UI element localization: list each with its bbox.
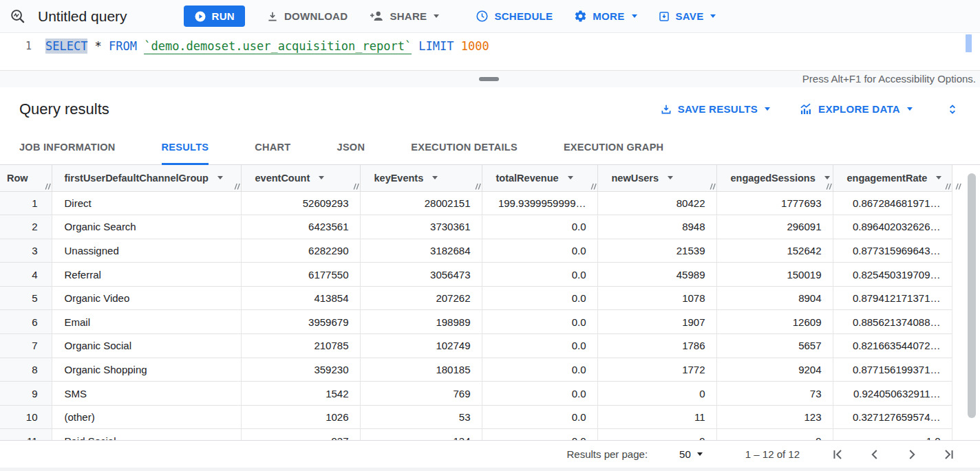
data-cell: 12609 <box>716 310 833 334</box>
column-resize-handle[interactable] <box>710 183 716 190</box>
splitter-drag-handle[interactable] <box>479 77 499 81</box>
last-page-button[interactable] <box>941 447 957 462</box>
column-header-key-events[interactable]: keyEvents <box>360 165 482 191</box>
sql-star: * <box>95 39 102 54</box>
sql-table-reference[interactable]: `demo.demoset.user_acquisition_report` <box>144 39 412 54</box>
data-cell: 0.0 <box>482 239 597 263</box>
column-resize-handle[interactable] <box>475 183 481 190</box>
column-resize-handle[interactable] <box>826 183 832 190</box>
table-row: 10(other)1026530.0111230.327127659574… <box>0 405 952 429</box>
first-page-button[interactable] <box>830 447 845 462</box>
results-table: RowfirstUserDefaultChannelGroupeventCoun… <box>0 165 952 440</box>
data-cell: 180185 <box>360 358 482 382</box>
table-row: 9SMS15427690.00730.924050632911… <box>0 382 952 406</box>
data-cell: 102749 <box>360 334 482 358</box>
data-cell: 45989 <box>597 263 716 287</box>
data-cell: 0.867284681971… <box>833 191 952 215</box>
query-icon <box>10 8 25 24</box>
column-resize-handle[interactable] <box>945 183 951 190</box>
save-results-label: SAVE RESULTS <box>678 103 758 115</box>
data-cell: 11 <box>597 405 716 429</box>
column-resize-handle[interactable] <box>353 183 359 190</box>
column-resize-handle[interactable] <box>45 183 51 190</box>
column-header-engagement-rate[interactable]: engagementRate <box>833 165 952 191</box>
tab-job-information[interactable]: JOB INFORMATION <box>19 131 116 165</box>
column-header-event-count[interactable]: eventCount <box>241 165 360 191</box>
schedule-label: SCHEDULE <box>494 10 553 22</box>
data-cell: 21539 <box>597 239 716 263</box>
sort-caret-icon[interactable] <box>668 176 673 179</box>
data-cell: 53 <box>360 405 482 429</box>
row-number-cell: 1 <box>0 191 52 215</box>
download-button[interactable]: DOWNLOAD <box>266 10 348 23</box>
expand-results-button[interactable] <box>946 102 959 116</box>
table-row: 6Email39596791989890.01907126090.8856213… <box>0 310 952 334</box>
data-cell: Direct <box>52 191 241 215</box>
save-button[interactable]: SAVE <box>658 10 716 23</box>
column-header-first-user-default-channel-group[interactable]: firstUserDefaultChannelGroup <box>52 165 241 191</box>
table-row: 11Paid Social9371340.0991.0 <box>0 429 952 440</box>
tab-json[interactable]: JSON <box>337 131 365 165</box>
sort-caret-icon[interactable] <box>432 176 438 179</box>
data-cell: 0.879412171371… <box>833 286 952 310</box>
table-row: 7Organic Social2107851027490.0178656570.… <box>0 334 952 358</box>
save-label: SAVE <box>676 10 704 22</box>
panel-splitter: Press Alt+F1 for Accessibility Options. <box>0 70 980 87</box>
data-cell: 769 <box>360 382 482 406</box>
person-add-icon <box>370 9 384 23</box>
column-header-total-revenue[interactable]: totalRevenue <box>482 165 597 191</box>
data-cell: 198989 <box>360 310 482 334</box>
data-cell: 28002151 <box>360 191 482 215</box>
sort-caret-icon[interactable] <box>824 176 830 179</box>
data-cell: 8904 <box>716 286 833 310</box>
column-resize-handle[interactable] <box>590 183 597 190</box>
save-results-button[interactable]: SAVE RESULTS <box>660 103 770 116</box>
data-cell: 0.0 <box>482 382 597 406</box>
data-cell: 9204 <box>716 358 833 382</box>
next-page-button[interactable] <box>904 447 919 462</box>
row-number-cell: 11 <box>0 429 52 440</box>
sql-editor[interactable]: 1 SELECT*FROM`demo.demoset.user_acquisit… <box>0 33 980 70</box>
sort-caret-icon[interactable] <box>319 176 324 179</box>
tab-execution-graph[interactable]: EXECUTION GRAPH <box>564 131 664 165</box>
data-cell: 0.0 <box>482 334 597 358</box>
sort-caret-icon[interactable] <box>936 176 941 179</box>
tab-chart[interactable]: CHART <box>255 131 290 165</box>
data-cell: 0.885621374088… <box>833 310 952 334</box>
data-cell: 199.9399959999… <box>482 191 597 215</box>
query-title[interactable]: Untitled query <box>38 8 127 25</box>
pagination-controls <box>830 447 957 462</box>
table-row: 3Unassigned628229031826840.0215391526420… <box>0 239 952 263</box>
table-row: 5Organic Video4138542072620.0107889040.8… <box>0 286 952 310</box>
column-resize-handle[interactable] <box>955 183 961 190</box>
sql-keyword-limit: LIMIT <box>418 39 454 54</box>
run-button[interactable]: RUN <box>184 6 245 27</box>
more-button[interactable]: MORE <box>574 10 637 23</box>
share-button[interactable]: SHARE <box>370 9 439 23</box>
column-resize-handle[interactable] <box>234 183 240 190</box>
page-size-select[interactable]: 50 <box>679 448 703 460</box>
sort-caret-icon[interactable] <box>217 176 223 179</box>
editor-scrollbar-thumb[interactable] <box>966 34 972 52</box>
column-header-new-users[interactable]: newUsers <box>597 165 716 191</box>
query-results-header: Query results SAVE RESULTS <box>0 87 980 131</box>
data-cell: 0.825450319709… <box>833 263 952 287</box>
data-cell: 413854 <box>241 286 360 310</box>
sort-caret-icon[interactable] <box>568 176 573 179</box>
explore-data-button[interactable]: EXPLORE DATA <box>799 102 913 116</box>
table-row: 8Organic Shopping3592301801850.017729204… <box>0 358 952 382</box>
table-scrollbar-thumb[interactable] <box>968 173 976 418</box>
chevron-right-icon <box>904 447 919 462</box>
download-icon <box>266 10 279 23</box>
data-cell: 0.924050632911… <box>833 382 952 406</box>
row-number-cell: 10 <box>0 405 52 429</box>
sql-keyword-select: SELECT <box>45 39 87 54</box>
row-number-cell: 9 <box>0 382 52 406</box>
tab-results[interactable]: RESULTS <box>162 131 209 165</box>
data-cell: 296091 <box>716 215 833 239</box>
column-header-engaged-sessions[interactable]: engagedSessions <box>716 165 833 191</box>
previous-page-button[interactable] <box>867 447 882 462</box>
tab-execution-details[interactable]: EXECUTION DETAILS <box>411 131 518 165</box>
schedule-button[interactable]: SCHEDULE <box>476 10 553 23</box>
data-cell: Organic Video <box>52 286 241 310</box>
